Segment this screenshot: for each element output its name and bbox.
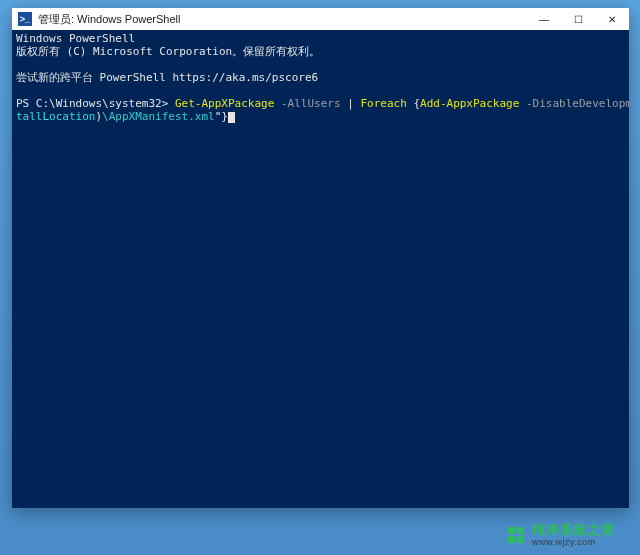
cmd-manifest-path: \AppXManifest.xml — [102, 110, 215, 123]
cmd-addappx: Add-AppxPackage — [420, 97, 519, 110]
desktop: >_ 管理员: Windows PowerShell — ☐ ✕ Windows… — [0, 0, 640, 555]
maximize-button[interactable]: ☐ — [561, 8, 595, 30]
cmd-brace-open: { — [407, 97, 420, 110]
window-title: 管理员: Windows PowerShell — [38, 12, 527, 27]
terminal-cursor — [228, 112, 235, 123]
banner-line2: 版权所有 (C) Microsoft Corporation。保留所有权利。 — [16, 45, 320, 58]
prompt: PS C:\Windows\system32> — [16, 97, 175, 110]
cmd-pipe: | — [341, 97, 354, 110]
window-controls: — ☐ ✕ — [527, 8, 629, 30]
cmd-getappx: Get-AppXPackage — [175, 97, 274, 110]
cmd-brace-close: "} — [215, 110, 228, 123]
titlebar[interactable]: >_ 管理员: Windows PowerShell — ☐ ✕ — [12, 8, 629, 31]
powershell-icon: >_ — [18, 12, 32, 26]
powershell-window: >_ 管理员: Windows PowerShell — ☐ ✕ Windows… — [12, 8, 629, 508]
cmd-foreach: Foreach — [354, 97, 407, 110]
watermark: 纯净系统之家 www.wjzy.com — [508, 523, 616, 549]
banner-line1: Windows PowerShell — [16, 32, 135, 45]
watermark-sub: www.wjzy.com — [532, 536, 616, 549]
watermark-main: 纯净系统之家 — [532, 523, 616, 536]
tip-prefix: 尝试新的跨平台 PowerShell — [16, 71, 172, 84]
tip-url: https://aka.ms/pscore6 — [172, 71, 318, 84]
watermark-text: 纯净系统之家 www.wjzy.com — [532, 523, 616, 549]
watermark-logo-icon — [508, 527, 526, 545]
minimize-button[interactable]: — — [527, 8, 561, 30]
cmd-flags: -DisableDevelopmentMode -Register — [519, 97, 629, 110]
cmd-var2: tallLocation — [16, 110, 95, 123]
close-button[interactable]: ✕ — [595, 8, 629, 30]
cmd-allusers: -AllUsers — [274, 97, 340, 110]
terminal-body[interactable]: Windows PowerShell 版权所有 (C) Microsoft Co… — [12, 30, 629, 508]
